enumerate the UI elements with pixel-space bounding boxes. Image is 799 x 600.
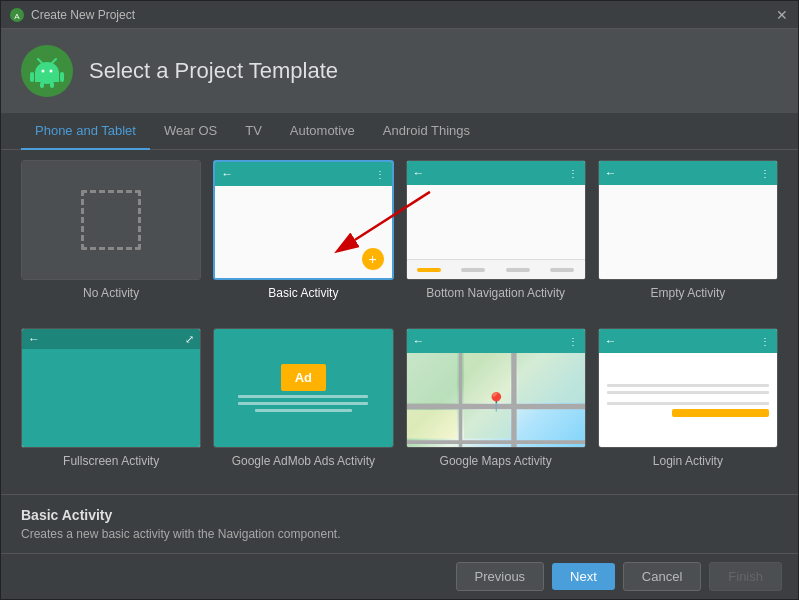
no-activity-visual (22, 161, 200, 279)
template-preview-maps: ← ⋮ (406, 328, 586, 448)
template-preview-admob: Ad (213, 328, 393, 448)
template-label-admob: Google AdMob Ads Activity (232, 454, 375, 468)
template-preview-no-activity (21, 160, 201, 280)
content-area: No Activity ← ⋮ + (1, 150, 798, 553)
back-arrow-icon: ← (221, 167, 233, 181)
template-preview-empty: ← ⋮ (598, 160, 778, 280)
login-form (599, 353, 777, 447)
nav-item-1 (461, 268, 485, 272)
svg-rect-9 (60, 72, 64, 82)
template-label-login: Login Activity (653, 454, 723, 468)
finish-button: Finish (709, 562, 782, 591)
bottom-nav-toolbar: ← ⋮ (407, 161, 585, 185)
template-preview-basic-activity: ← ⋮ + (213, 160, 393, 280)
template-maps-activity[interactable]: ← ⋮ (406, 328, 586, 484)
cancel-button[interactable]: Cancel (623, 562, 701, 591)
page-title: Select a Project Template (89, 58, 338, 84)
back-arrow-icon-6: ← (605, 334, 617, 348)
map-pin-icon: 📍 (485, 391, 507, 413)
close-button[interactable]: ✕ (774, 7, 790, 23)
window-title: Create New Project (31, 8, 774, 22)
template-label-no-activity: No Activity (83, 286, 139, 300)
template-preview-bottom-nav: ← ⋮ (406, 160, 586, 280)
phone-content: + (215, 186, 391, 278)
templates-area: No Activity ← ⋮ + (1, 150, 798, 494)
fullscreen-top-bar: ← ⤢ (22, 329, 200, 349)
templates-grid: No Activity ← ⋮ + (1, 150, 798, 494)
back-arrow-icon-2: ← (413, 166, 425, 180)
phone-toolbar: ← ⋮ (215, 162, 391, 186)
description-panel: Basic Activity Creates a new basic activ… (1, 494, 798, 553)
overflow-menu-icon-6: ⋮ (760, 336, 771, 347)
template-fullscreen-activity[interactable]: ← ⤢ Fullscreen Activity (21, 328, 201, 484)
svg-line-6 (38, 59, 42, 63)
android-icon (29, 53, 65, 89)
ad-banner: Ad (281, 364, 326, 391)
next-button[interactable]: Next (552, 563, 615, 590)
text-line-3 (255, 409, 352, 412)
bottom-navigation-bar (407, 259, 585, 279)
text-line-1 (238, 395, 368, 398)
template-basic-activity[interactable]: ← ⋮ + Basic Activity (213, 160, 393, 316)
description-title: Basic Activity (21, 507, 778, 523)
svg-rect-20 (517, 353, 585, 403)
nav-item-active (417, 268, 441, 272)
svg-point-5 (50, 70, 53, 73)
svg-rect-8 (30, 72, 34, 82)
maps-content: 📍 (407, 353, 585, 447)
android-logo (21, 45, 73, 97)
svg-rect-21 (407, 410, 457, 439)
template-preview-login: ← ⋮ (598, 328, 778, 448)
login-field-1 (607, 384, 769, 387)
header: Select a Project Template (1, 29, 798, 113)
bottom-nav-content (407, 185, 585, 259)
title-bar: A Create New Project ✕ (1, 1, 798, 29)
login-button-visual (672, 409, 769, 417)
maps-visual: ← ⋮ (407, 329, 585, 447)
svg-rect-22 (464, 410, 510, 439)
fab-icon: + (362, 248, 384, 270)
admob-visual: Ad (214, 329, 392, 447)
template-label-empty: Empty Activity (651, 286, 726, 300)
expand-icon: ⤢ (185, 333, 194, 346)
svg-rect-11 (50, 82, 54, 88)
basic-activity-visual: ← ⋮ + (215, 162, 391, 278)
template-bottom-nav-activity[interactable]: ← ⋮ Bottom Navigation (406, 160, 586, 316)
svg-text:A: A (14, 12, 20, 21)
nav-item-2 (506, 268, 530, 272)
overflow-menu-icon-2: ⋮ (568, 168, 579, 179)
template-label-fullscreen: Fullscreen Activity (63, 454, 159, 468)
window: A Create New Project ✕ (0, 0, 799, 600)
overflow-menu-icon-5: ⋮ (568, 336, 579, 347)
svg-line-7 (52, 59, 56, 63)
login-visual: ← ⋮ (599, 329, 777, 447)
tabs-bar: Phone and Tablet Wear OS TV Automotive A… (1, 113, 798, 150)
android-studio-icon: A (9, 7, 25, 23)
svg-rect-3 (35, 72, 59, 82)
template-preview-fullscreen: ← ⤢ (21, 328, 201, 448)
maps-toolbar: ← ⋮ (407, 329, 585, 353)
tab-android-things[interactable]: Android Things (369, 113, 484, 150)
footer: Previous Next Cancel Finish (1, 553, 798, 599)
tab-phone-tablet[interactable]: Phone and Tablet (21, 113, 150, 150)
template-login-activity[interactable]: ← ⋮ Login Activity (598, 328, 778, 484)
login-field-2 (607, 391, 769, 394)
bottom-nav-visual: ← ⋮ (407, 161, 585, 279)
login-field-3 (607, 402, 769, 405)
back-arrow-icon-3: ← (605, 166, 617, 180)
template-admob-activity[interactable]: Ad Google AdMob Ads Activity (213, 328, 393, 484)
dashed-rectangle (81, 190, 141, 250)
tab-wear-os[interactable]: Wear OS (150, 113, 231, 150)
empty-toolbar: ← ⋮ (599, 161, 777, 185)
tab-tv[interactable]: TV (231, 113, 276, 150)
template-label-maps: Google Maps Activity (440, 454, 552, 468)
overflow-menu-icon: ⋮ (375, 169, 386, 180)
previous-button[interactable]: Previous (456, 562, 545, 591)
tab-automotive[interactable]: Automotive (276, 113, 369, 150)
empty-activity-visual: ← ⋮ (599, 161, 777, 279)
empty-content (599, 185, 777, 279)
description-text: Creates a new basic activity with the Na… (21, 527, 778, 541)
template-empty-activity[interactable]: ← ⋮ Empty Activity (598, 160, 778, 316)
template-no-activity[interactable]: No Activity (21, 160, 201, 316)
back-arrow-icon-5: ← (413, 334, 425, 348)
